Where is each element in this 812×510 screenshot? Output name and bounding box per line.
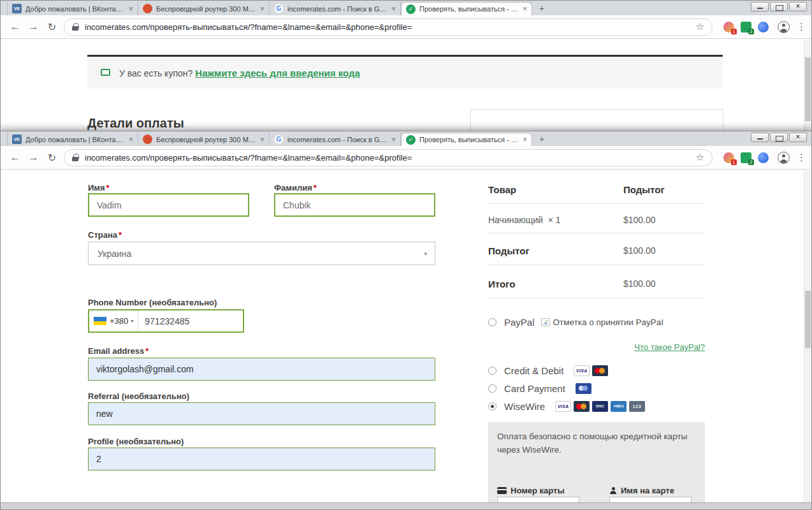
credit-debit-radio[interactable] — [488, 367, 497, 375]
wisewire-radio[interactable] — [488, 402, 497, 411]
extension-badge: 2 — [748, 29, 754, 34]
window-close-button[interactable]: × — [789, 133, 807, 142]
tab-close-icon[interactable]: × — [260, 136, 265, 143]
visa-card-icon: VISA — [574, 365, 590, 376]
payment-option-paypal[interactable]: PayPal Отметка о принятии PayPal — [488, 317, 705, 328]
reload-button[interactable]: ↻ — [43, 21, 61, 33]
bookmark-star-icon[interactable]: ☆ — [696, 152, 704, 163]
coupon-prompt: У вас есть купон?Нажмите здесь для введе… — [119, 68, 360, 78]
tab-vk[interactable]: VK Добро пожаловать | ВКонтакте × — [7, 133, 138, 146]
first-name-label: Имя* — [88, 183, 110, 193]
url-text[interactable]: incomerates.com/проверять-выписываться/?… — [85, 153, 696, 163]
extension-icon-3[interactable] — [758, 152, 769, 163]
window-restore-button[interactable] — [770, 133, 788, 142]
vk-favicon-icon: VK — [12, 4, 22, 13]
forward-button[interactable]: → — [24, 152, 43, 163]
scrollbar-thumb[interactable] — [805, 57, 811, 121]
profile-input[interactable] — [88, 448, 435, 470]
profile-avatar-icon[interactable] — [778, 21, 790, 33]
window-minimize-button[interactable] — [751, 2, 769, 11]
payment-option-credit-debit[interactable]: Credit & Debit VISA — [488, 365, 705, 376]
url-text[interactable]: incomerates.com/проверять-выписываться/?… — [85, 22, 696, 32]
extension-icon-1[interactable]: 1 — [723, 152, 734, 163]
site-info-lock-icon[interactable] — [72, 23, 78, 31]
paypal-radio[interactable] — [488, 318, 497, 326]
divider — [488, 233, 705, 233]
router-favicon-icon — [143, 4, 152, 13]
email-label: Email address* — [88, 346, 149, 356]
tab-close-icon[interactable]: × — [260, 5, 265, 13]
site-info-lock-icon[interactable] — [72, 154, 78, 161]
browser-menu-icon[interactable]: ⋮ — [797, 152, 806, 163]
card-payment-radio[interactable] — [488, 384, 497, 393]
bookmark-star-icon[interactable]: ☆ — [696, 21, 704, 33]
new-tab-button[interactable]: + — [532, 2, 551, 15]
extension-icon-3[interactable] — [758, 22, 769, 33]
scrollbar-thumb[interactable] — [805, 291, 811, 348]
what-is-paypal-link[interactable]: Что такое PayPal? — [488, 342, 705, 352]
country-select[interactable]: Украина ▾ — [88, 242, 435, 265]
email-input[interactable] — [88, 358, 435, 381]
ukraine-flag-icon — [94, 317, 106, 325]
browser-menu-icon[interactable]: ⋮ — [797, 21, 806, 33]
label-text: Имя — [88, 183, 105, 193]
tab-close-icon[interactable]: × — [391, 5, 396, 13]
divider — [488, 265, 705, 265]
new-tab-button[interactable]: + — [532, 133, 551, 146]
tab-close-icon[interactable]: × — [129, 5, 133, 13]
tab-close-icon[interactable]: × — [129, 136, 133, 143]
window-restore-button[interactable] — [770, 2, 788, 11]
window-close-button[interactable]: × — [789, 2, 807, 11]
address-bar[interactable]: incomerates.com/проверять-выписываться/?… — [64, 149, 713, 166]
wisewire-payment-panel: Оплата безопасно с помощью кредитной кар… — [488, 422, 705, 510]
tab-close-icon[interactable]: × — [523, 136, 527, 143]
vk-favicon-icon: VK — [12, 135, 22, 144]
back-button[interactable]: ← — [6, 21, 24, 33]
extension-icon-2[interactable]: 2 — [741, 22, 751, 33]
window-minimize-button[interactable] — [751, 133, 769, 142]
chevron-down-icon: ▾ — [131, 318, 133, 324]
tab-close-icon[interactable]: × — [391, 136, 396, 143]
tab-strip: VK Добро пожаловать | ВКонтакте × Беспро… — [1, 131, 811, 146]
tab-google-search[interactable]: G incomerates.com - Поиск в Google × — [270, 2, 401, 15]
page-scrollbar[interactable] — [804, 170, 811, 502]
tab-checkout-active[interactable]: ✓ Проверять, выписываться - Incom × — [401, 133, 532, 146]
last-name-input[interactable] — [274, 193, 435, 217]
phone-number-input[interactable] — [138, 316, 243, 326]
order-subtotal-value: $100.00 — [623, 245, 656, 256]
google-favicon-icon: G — [274, 135, 284, 144]
back-button[interactable]: ← — [6, 152, 24, 163]
credit-card-icon — [497, 487, 507, 494]
extension-icon-1[interactable]: 1 — [723, 22, 734, 33]
order-item-price: $100.00 — [623, 215, 656, 225]
phone-country-dropdown[interactable]: +380 ▾ — [89, 310, 138, 332]
tab-vk[interactable]: VK Добро пожаловать | ВКонтакте × — [7, 2, 138, 15]
forward-button[interactable]: → — [24, 21, 43, 33]
order-total-value: $100.00 — [623, 279, 656, 289]
payment-option-wisewire[interactable]: WiseWire VISA DISC AMEX 123 — [488, 401, 705, 412]
first-name-input[interactable] — [88, 193, 249, 217]
checkout-page-top: У вас есть купон?Нажмите здесь для введе… — [1, 40, 811, 131]
tab-close-icon[interactable]: × — [523, 5, 527, 13]
tab-checkout-active[interactable]: ✓ Проверять, выписываться - Incom × — [401, 2, 532, 15]
label-text: Фамилия — [274, 183, 312, 193]
extension-badge: 1 — [731, 159, 737, 165]
tab-router[interactable]: Беспроводной роутер 300 Мб/с × — [138, 2, 270, 15]
tab-title: incomerates.com - Поиск в Google — [287, 5, 388, 13]
router-favicon-icon — [143, 135, 152, 144]
coupon-link[interactable]: Нажмите здесь для введения кода — [195, 68, 360, 78]
reload-button[interactable]: ↻ — [43, 152, 61, 164]
order-product-column-header: Товар — [488, 184, 516, 195]
extension-icon-2[interactable]: 2 — [741, 152, 751, 163]
address-bar[interactable]: incomerates.com/проверять-выписываться/?… — [64, 18, 713, 36]
extension-badge: 2 — [748, 159, 754, 165]
tab-google-search[interactable]: G incomerates.com - Поиск в Google × — [270, 133, 401, 146]
tab-title: Проверять, выписываться - Incom — [419, 5, 519, 13]
page-scrollbar[interactable] — [804, 40, 811, 131]
referral-input[interactable] — [88, 402, 435, 425]
tab-router[interactable]: Беспроводной роутер 300 Мб/с × — [138, 133, 270, 146]
referral-label: Referral (необязательно) — [88, 391, 189, 401]
profile-avatar-icon[interactable] — [778, 152, 790, 164]
payment-option-card-payment[interactable]: Card Payment — [488, 383, 705, 394]
browser-toolbar: ← → ↻ incomerates.com/проверять-выписыва… — [1, 146, 811, 170]
